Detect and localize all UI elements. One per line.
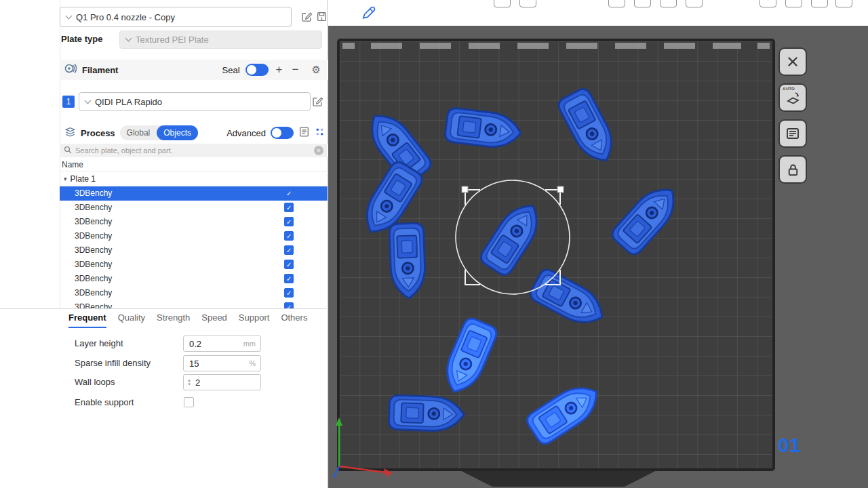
settings-tab[interactable]: Others xyxy=(281,309,307,328)
process-section-header: Process Global Objects Advanced xyxy=(60,124,328,142)
plate-settings-button[interactable] xyxy=(778,119,807,148)
selection-handle[interactable] xyxy=(557,186,564,192)
object-grid-icon[interactable] xyxy=(315,127,325,140)
object-checkbox[interactable] xyxy=(284,260,294,269)
add-filament-button[interactable]: + xyxy=(274,64,285,75)
viewport-3d[interactable]: AUTO 01 xyxy=(328,0,868,488)
object-checkbox[interactable] xyxy=(284,302,294,308)
unit-label: mm xyxy=(243,340,256,348)
chevron-down-icon xyxy=(85,97,92,104)
benchy-model[interactable] xyxy=(528,267,610,332)
process-list-icon[interactable] xyxy=(298,126,310,140)
edit-preset-icon[interactable] xyxy=(301,11,313,22)
clear-search-icon[interactable]: × xyxy=(314,146,323,155)
caret-down-icon[interactable]: ▾ xyxy=(64,176,67,182)
setting-row: Wall loops ▴ ▾ xyxy=(0,373,328,391)
setting-label: Sparse infill density xyxy=(75,354,151,372)
filament-preset-select[interactable]: QIDI PLA Rapido xyxy=(79,92,311,111)
object-row[interactable]: 3DBenchy xyxy=(60,286,328,300)
advanced-label: Advanced xyxy=(226,128,266,138)
benchy-model[interactable] xyxy=(556,86,621,168)
benchy-model[interactable] xyxy=(609,179,684,258)
object-label: 3DBenchy xyxy=(75,188,112,198)
object-label: 3DBenchy xyxy=(75,245,112,255)
object-label: 3DBenchy xyxy=(75,302,112,308)
toolbar-icon-partial[interactable] xyxy=(811,0,828,7)
settings-tab[interactable]: Quality xyxy=(118,309,145,328)
scene-canvas[interactable]: AUTO 01 xyxy=(328,26,868,488)
setting-row: Layer height mm xyxy=(0,335,328,352)
object-label: 3DBenchy xyxy=(75,217,112,226)
toolbar-icon-partial[interactable] xyxy=(835,0,852,7)
lock-plate-button[interactable] xyxy=(778,155,807,184)
settings-tab[interactable]: Support xyxy=(239,309,270,328)
object-checkbox[interactable] xyxy=(284,203,294,212)
filament-slot-badge: 1 xyxy=(62,96,75,108)
toolbar-icon-partial[interactable] xyxy=(660,0,677,7)
benchy-model[interactable] xyxy=(389,395,465,432)
object-row[interactable]: 3DBenchy xyxy=(60,229,328,243)
save-preset-icon[interactable] xyxy=(316,11,328,22)
delete-all-button[interactable] xyxy=(778,47,807,76)
benchy-model[interactable] xyxy=(524,378,606,447)
object-checkbox[interactable] xyxy=(284,231,294,241)
object-row[interactable]: 3DBenchy xyxy=(60,215,328,229)
object-label: 3DBenchy xyxy=(75,203,112,212)
process-scope-switch: Global Objects xyxy=(120,125,198,140)
edit-filament-icon[interactable] xyxy=(312,96,323,107)
object-checkbox[interactable] xyxy=(284,245,294,255)
toolbar-icon-partial[interactable] xyxy=(608,0,625,7)
toolbar-icon-partial[interactable] xyxy=(519,0,536,7)
toolbar-icon-partial[interactable] xyxy=(686,0,703,7)
process-scope-objects[interactable]: Objects xyxy=(157,125,198,140)
settings-tab[interactable]: Speed xyxy=(201,309,227,328)
remove-filament-button[interactable]: − xyxy=(290,64,301,75)
tree-name-header: Name xyxy=(60,158,328,171)
object-checkbox[interactable] xyxy=(284,188,294,198)
object-row[interactable]: 3DBenchy xyxy=(60,272,328,286)
toolbar-icon-partial[interactable] xyxy=(634,0,651,7)
infill-density-field: % xyxy=(183,355,261,371)
benchy-model[interactable] xyxy=(478,197,547,278)
object-tree: ▾ Plate 1 3DBenchy 3DBenchy 3DBenchy 3DB… xyxy=(60,171,328,308)
chevron-down-icon xyxy=(66,12,73,19)
selection-handle[interactable] xyxy=(462,186,468,192)
object-row[interactable]: 3DBenchy xyxy=(60,243,328,258)
setting-row: Sparse infill density % xyxy=(0,354,328,372)
object-row[interactable]: 3DBenchy xyxy=(60,201,328,215)
wall-loops-input[interactable] xyxy=(193,378,260,388)
edit-pencil-icon[interactable] xyxy=(361,5,376,23)
printer-preset-select[interactable]: Q1 Pro 0.4 nozzle - Copy xyxy=(60,7,292,27)
toolbar-icon-partial[interactable] xyxy=(760,0,776,7)
chevron-down-icon xyxy=(125,35,132,42)
wall-loops-field: ▴ ▾ xyxy=(183,374,261,390)
object-checkbox[interactable] xyxy=(284,217,294,226)
toolbar-icon-partial[interactable] xyxy=(785,0,802,7)
benchy-model[interactable] xyxy=(444,107,523,150)
object-row[interactable]: 3DBenchy xyxy=(60,186,328,201)
models-layer xyxy=(356,86,684,447)
advanced-toggle[interactable] xyxy=(271,127,294,139)
tree-plate-row[interactable]: ▾ Plate 1 xyxy=(60,171,328,186)
benchy-model[interactable] xyxy=(438,316,499,398)
settings-tab[interactable]: Strength xyxy=(157,309,190,328)
setting-label: Enable support xyxy=(75,394,134,411)
enable-support-checkbox[interactable] xyxy=(184,397,194,407)
viewport-top-toolbar xyxy=(328,0,868,26)
spin-down-icon[interactable]: ▾ xyxy=(188,382,191,386)
auto-orient-button[interactable]: AUTO xyxy=(778,83,807,112)
plate-type-select[interactable]: Textured PEI Plate xyxy=(119,30,322,49)
stepper-arrows[interactable]: ▴ ▾ xyxy=(184,378,193,386)
object-checkbox[interactable] xyxy=(284,274,294,283)
seal-toggle[interactable] xyxy=(245,64,269,76)
object-checkbox[interactable] xyxy=(284,288,294,298)
toolbar-icon-partial[interactable] xyxy=(494,0,511,7)
search-input[interactable] xyxy=(75,146,311,155)
object-row[interactable]: 3DBenchy xyxy=(60,258,328,272)
object-row[interactable]: 3DBenchy xyxy=(60,300,328,308)
process-scope-global[interactable]: Global xyxy=(120,125,157,140)
filament-settings-gear-icon[interactable]: ⚙ xyxy=(312,64,321,76)
printer-preset-value: Q1 Pro 0.4 nozzle - Copy xyxy=(76,12,175,22)
settings-tab[interactable]: Frequent xyxy=(68,309,106,328)
benchy-model[interactable] xyxy=(389,223,426,299)
